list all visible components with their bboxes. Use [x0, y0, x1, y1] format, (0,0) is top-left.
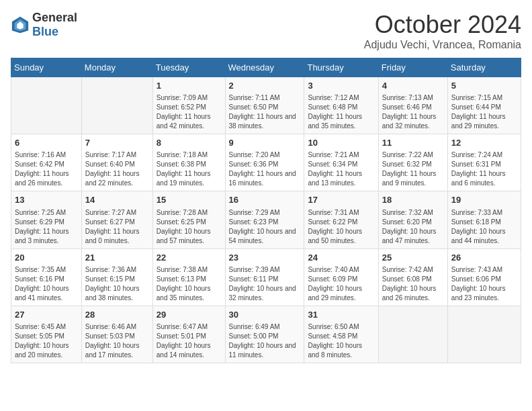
- day-info: Sunrise: 6:50 AMSunset: 4:58 PMDaylight:…: [308, 322, 374, 360]
- day-number: 22: [157, 252, 222, 264]
- day-number: 18: [382, 194, 444, 206]
- day-number: 31: [308, 309, 374, 321]
- day-number: 16: [229, 194, 301, 206]
- day-number: 20: [15, 252, 78, 264]
- day-number: 17: [308, 194, 374, 206]
- day-number: 8: [157, 137, 222, 149]
- day-info: Sunrise: 7:17 AMSunset: 6:40 PMDaylight:…: [85, 150, 149, 188]
- day-info: Sunrise: 7:20 AMSunset: 6:36 PMDaylight:…: [229, 150, 301, 188]
- header-monday: Monday: [81, 58, 152, 77]
- calendar-cell: [378, 306, 447, 363]
- day-info: Sunrise: 6:45 AMSunset: 5:05 PMDaylight:…: [15, 322, 78, 360]
- day-info: Sunrise: 6:46 AMSunset: 5:03 PMDaylight:…: [85, 322, 149, 360]
- day-number: 5: [451, 80, 517, 92]
- calendar-cell: 22Sunrise: 7:38 AMSunset: 6:13 PMDayligh…: [152, 248, 225, 306]
- calendar-cell: 27Sunrise: 6:45 AMSunset: 5:05 PMDayligh…: [11, 306, 82, 363]
- week-row-1: 1Sunrise: 7:09 AMSunset: 6:52 PMDaylight…: [11, 77, 521, 134]
- calendar-cell: [447, 306, 521, 363]
- day-info: Sunrise: 7:43 AMSunset: 6:06 PMDaylight:…: [451, 265, 517, 303]
- calendar-cell: 13Sunrise: 7:25 AMSunset: 6:29 PMDayligh…: [11, 191, 82, 248]
- calendar-cell: 3Sunrise: 7:12 AMSunset: 6:48 PMDaylight…: [304, 77, 378, 134]
- day-info: Sunrise: 7:25 AMSunset: 6:29 PMDaylight:…: [15, 208, 78, 246]
- calendar-cell: 30Sunrise: 6:49 AMSunset: 5:00 PMDayligh…: [225, 306, 304, 363]
- calendar-cell: 6Sunrise: 7:16 AMSunset: 6:42 PMDaylight…: [11, 134, 82, 191]
- calendar-cell: 5Sunrise: 7:15 AMSunset: 6:44 PMDaylight…: [447, 77, 521, 134]
- calendar-cell: 25Sunrise: 7:42 AMSunset: 6:08 PMDayligh…: [378, 248, 447, 306]
- title-block: October 2024 Adjudu Vechi, Vrancea, Roma…: [364, 11, 521, 51]
- day-info: Sunrise: 7:18 AMSunset: 6:38 PMDaylight:…: [157, 150, 222, 188]
- day-number: 19: [451, 194, 517, 206]
- day-number: 6: [15, 137, 78, 149]
- day-number: 7: [85, 137, 149, 149]
- day-info: Sunrise: 7:12 AMSunset: 6:48 PMDaylight:…: [308, 93, 374, 131]
- calendar-cell: 9Sunrise: 7:20 AMSunset: 6:36 PMDaylight…: [225, 134, 304, 191]
- calendar-cell: 2Sunrise: 7:11 AMSunset: 6:50 PMDaylight…: [225, 77, 304, 134]
- day-info: Sunrise: 7:28 AMSunset: 6:25 PMDaylight:…: [157, 208, 222, 246]
- calendar-cell: 28Sunrise: 6:46 AMSunset: 5:03 PMDayligh…: [81, 306, 152, 363]
- calendar-cell: 26Sunrise: 7:43 AMSunset: 6:06 PMDayligh…: [447, 248, 521, 306]
- calendar-cell: 16Sunrise: 7:29 AMSunset: 6:23 PMDayligh…: [225, 191, 304, 248]
- day-info: Sunrise: 7:15 AMSunset: 6:44 PMDaylight:…: [451, 93, 517, 131]
- calendar-table: SundayMondayTuesdayWednesdayThursdayFrid…: [11, 58, 521, 363]
- calendar-cell: 24Sunrise: 7:40 AMSunset: 6:09 PMDayligh…: [304, 248, 378, 306]
- header-thursday: Thursday: [304, 58, 378, 77]
- day-info: Sunrise: 7:42 AMSunset: 6:08 PMDaylight:…: [382, 265, 444, 303]
- day-info: Sunrise: 7:21 AMSunset: 6:34 PMDaylight:…: [308, 150, 374, 188]
- calendar-cell: 21Sunrise: 7:36 AMSunset: 6:15 PMDayligh…: [81, 248, 152, 306]
- logo-text: General Blue: [32, 11, 77, 39]
- calendar-cell: 18Sunrise: 7:32 AMSunset: 6:20 PMDayligh…: [378, 191, 447, 248]
- day-info: Sunrise: 7:36 AMSunset: 6:15 PMDaylight:…: [85, 265, 149, 303]
- day-number: 14: [85, 194, 149, 206]
- calendar-cell: 4Sunrise: 7:13 AMSunset: 6:46 PMDaylight…: [378, 77, 447, 134]
- day-number: 29: [157, 309, 222, 321]
- calendar-cell: 20Sunrise: 7:35 AMSunset: 6:16 PMDayligh…: [11, 248, 82, 306]
- calendar-cell: 7Sunrise: 7:17 AMSunset: 6:40 PMDaylight…: [81, 134, 152, 191]
- day-info: Sunrise: 7:11 AMSunset: 6:50 PMDaylight:…: [229, 93, 301, 131]
- calendar-header-row: SundayMondayTuesdayWednesdayThursdayFrid…: [11, 58, 521, 77]
- header-tuesday: Tuesday: [152, 58, 225, 77]
- calendar-cell: 10Sunrise: 7:21 AMSunset: 6:34 PMDayligh…: [304, 134, 378, 191]
- day-number: 28: [85, 309, 149, 321]
- day-number: 15: [157, 194, 222, 206]
- week-row-2: 6Sunrise: 7:16 AMSunset: 6:42 PMDaylight…: [11, 134, 521, 191]
- day-info: Sunrise: 6:47 AMSunset: 5:01 PMDaylight:…: [157, 322, 222, 360]
- calendar-cell: 31Sunrise: 6:50 AMSunset: 4:58 PMDayligh…: [304, 306, 378, 363]
- day-info: Sunrise: 7:35 AMSunset: 6:16 PMDaylight:…: [15, 265, 78, 303]
- day-number: 9: [229, 137, 301, 149]
- calendar-cell: [81, 77, 152, 134]
- calendar-cell: 11Sunrise: 7:22 AMSunset: 6:32 PMDayligh…: [378, 134, 447, 191]
- day-number: 4: [382, 80, 444, 92]
- day-number: 11: [382, 137, 444, 149]
- calendar-cell: 8Sunrise: 7:18 AMSunset: 6:38 PMDaylight…: [152, 134, 225, 191]
- day-number: 30: [229, 309, 301, 321]
- day-info: Sunrise: 7:40 AMSunset: 6:09 PMDaylight:…: [308, 265, 374, 303]
- calendar-cell: [11, 77, 82, 134]
- day-number: 12: [451, 137, 517, 149]
- day-number: 27: [15, 309, 78, 321]
- calendar-cell: 17Sunrise: 7:31 AMSunset: 6:22 PMDayligh…: [304, 191, 378, 248]
- day-info: Sunrise: 7:09 AMSunset: 6:52 PMDaylight:…: [157, 93, 222, 131]
- calendar-cell: 15Sunrise: 7:28 AMSunset: 6:25 PMDayligh…: [152, 191, 225, 248]
- week-row-5: 27Sunrise: 6:45 AMSunset: 5:05 PMDayligh…: [11, 306, 521, 363]
- location-title: Adjudu Vechi, Vrancea, Romania: [364, 39, 521, 51]
- day-number: 3: [308, 80, 374, 92]
- header-friday: Friday: [378, 58, 447, 77]
- day-info: Sunrise: 7:24 AMSunset: 6:31 PMDaylight:…: [451, 150, 517, 188]
- calendar-cell: 12Sunrise: 7:24 AMSunset: 6:31 PMDayligh…: [447, 134, 521, 191]
- day-info: Sunrise: 7:32 AMSunset: 6:20 PMDaylight:…: [382, 208, 444, 246]
- day-number: 21: [85, 252, 149, 264]
- header-saturday: Saturday: [447, 58, 521, 77]
- day-info: Sunrise: 7:22 AMSunset: 6:32 PMDaylight:…: [382, 150, 444, 188]
- day-info: Sunrise: 7:13 AMSunset: 6:46 PMDaylight:…: [382, 93, 444, 131]
- day-number: 24: [308, 252, 374, 264]
- day-info: Sunrise: 7:38 AMSunset: 6:13 PMDaylight:…: [157, 265, 222, 303]
- month-title: October 2024: [364, 11, 521, 39]
- calendar-cell: 23Sunrise: 7:39 AMSunset: 6:11 PMDayligh…: [225, 248, 304, 306]
- calendar-cell: 19Sunrise: 7:33 AMSunset: 6:18 PMDayligh…: [447, 191, 521, 248]
- page-header: General Blue October 2024 Adjudu Vechi, …: [11, 11, 521, 51]
- calendar-cell: 14Sunrise: 7:27 AMSunset: 6:27 PMDayligh…: [81, 191, 152, 248]
- day-info: Sunrise: 6:49 AMSunset: 5:00 PMDaylight:…: [229, 322, 301, 360]
- day-number: 25: [382, 252, 444, 264]
- day-number: 1: [157, 80, 222, 92]
- header-wednesday: Wednesday: [225, 58, 304, 77]
